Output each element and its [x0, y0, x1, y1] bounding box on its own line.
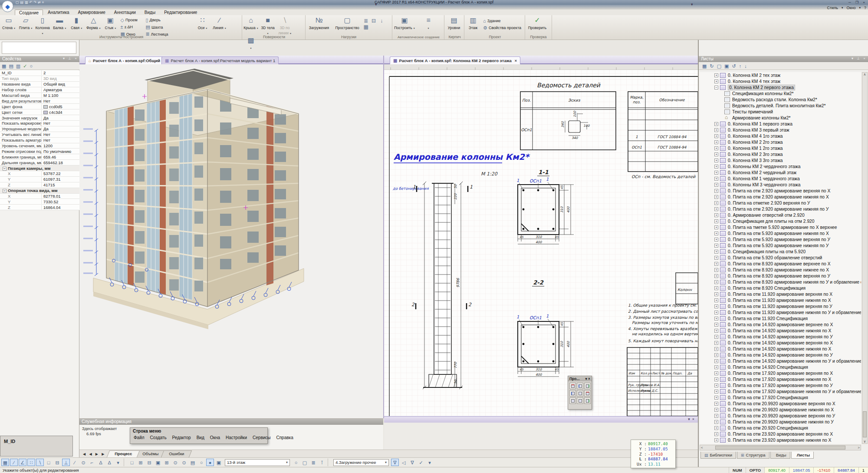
new-view-icon[interactable]: ⊞	[137, 459, 145, 466]
save-icon[interactable]: ▥	[25, 0, 28, 5]
tree-expander-icon[interactable]	[714, 177, 718, 181]
property-row[interactable]: −Тип вида 3D вид	[0, 76, 79, 82]
layers-stack-icon[interactable]: ≣	[309, 459, 317, 466]
tab-nav-arrows[interactable]: ◀ ◀ ▶ ▶	[79, 452, 108, 457]
menu-item[interactable]: Настройки	[226, 435, 247, 440]
ribbon-button[interactable]: ▮ Свая ▾	[69, 15, 84, 30]
view-cube-side-button[interactable]	[584, 383, 591, 389]
tree-expander-icon[interactable]	[714, 414, 718, 418]
scrollbar-thumb[interactable]	[715, 446, 845, 450]
sheet-tree-item[interactable]: 0. Плита на отм 14.920 армирование нижня…	[700, 327, 861, 334]
tree-expander-icon[interactable]	[714, 311, 718, 314]
title-bar[interactable]: САПФИР 2017 R1 x64-КОНСТРУКЦИИ - Расчет …	[0, 0, 868, 5]
tree-expander-icon[interactable]	[714, 219, 718, 223]
lamp-box-icon[interactable]: ▣	[215, 459, 223, 466]
properties-panel-header[interactable]: Свойства ▾ ⊥ ×	[0, 56, 79, 62]
sheet-tree-item[interactable]: 0. Плита на отм 20.9920 армирование нижн…	[700, 419, 861, 425]
drawing-bottom-strip[interactable]: ▾ ×	[384, 416, 698, 423]
settings-list-icon[interactable]: ▥	[16, 63, 20, 69]
sheet-tree-item[interactable]: 0. Плита на отм 2.920 армирование верхня…	[700, 188, 861, 194]
style-menu[interactable]: Стиль	[827, 6, 838, 10]
tree-expander-icon[interactable]	[714, 152, 718, 156]
tree-expander-icon[interactable]	[714, 377, 718, 381]
sheet-tree-item[interactable]: 0. Колонна КМ 2 2го этажа	[700, 139, 861, 145]
menu-item[interactable]: Редактор	[172, 435, 191, 440]
draw-line-icon[interactable]: ∕	[71, 459, 79, 466]
lamp-off-icon[interactable]: ○	[197, 459, 205, 466]
snap-points-icon[interactable]: ∷	[27, 459, 35, 466]
menu-item[interactable]: Сервисы	[253, 435, 270, 440]
tree-expander-icon[interactable]	[714, 371, 718, 375]
mini-panel-controls[interactable]: ▾ ×	[585, 377, 590, 381]
tree-expander-icon[interactable]	[714, 213, 718, 217]
ribbon-button[interactable]: ▬ Балка ▾	[52, 15, 67, 30]
snap-line-icon[interactable]: ∕	[10, 459, 18, 466]
property-row[interactable]: −Набор слоёв Арматура	[0, 87, 79, 93]
screen-lock-icon[interactable]: ⊟	[53, 459, 61, 466]
property-row[interactable]: −Режим отрисовки подло... По умолчанию	[0, 149, 79, 154]
quick-access-toolbar[interactable]: ▢▤▥↶↷⇄≡	[16, 0, 44, 5]
tree-expander-icon[interactable]	[714, 171, 718, 175]
tree-expander-icon[interactable]	[714, 432, 718, 436]
view-cube-back-button[interactable]	[569, 390, 576, 397]
tree-expander-icon[interactable]	[714, 128, 718, 132]
view-zoom-button[interactable]	[584, 397, 591, 404]
view-gear-icon[interactable]: ⊞	[163, 459, 171, 466]
viewport-3d[interactable]	[79, 64, 383, 418]
sheet-tree-item[interactable]: 0. Плита на отм 14.920 армирование нижня…	[700, 346, 861, 352]
tree-expander-icon[interactable]	[714, 286, 718, 290]
snap-diagonal-icon[interactable]: ∖	[36, 459, 44, 466]
sheet-tree-item[interactable]: 0. Плита на отм 8.920 армирование нижняя…	[700, 279, 861, 285]
tree-expander-icon[interactable]	[714, 353, 718, 357]
tree-expander-icon[interactable]	[714, 317, 718, 321]
sheet-tree-item[interactable]: 0. Плита на отм 2.920 армирование нижняя…	[700, 194, 861, 200]
sheet-tree-item[interactable]: 0. Плита на тметке 5.920 армирование по …	[700, 224, 861, 230]
sheet-tree-item[interactable]: 0. Плита на отм 14.920 армирование верхн…	[700, 321, 861, 327]
filter-table-icon[interactable]: ∇	[408, 459, 416, 466]
load-frame-icon[interactable]: ≣	[362, 18, 370, 24]
sheet-tree-item[interactable]: 0. Плита на отм 17.920 армирование верхн…	[700, 370, 861, 376]
sheet-tree-item[interactable]: 0. Плита на отм 14.920 армирование верхн…	[700, 334, 861, 340]
dock-tab[interactable]: Виды	[770, 452, 790, 459]
sheet-tree-item[interactable]: 0. Плита на отм 5.920 обрамление отверст…	[700, 255, 861, 261]
sheet-tree-item[interactable]: 0. Плита на отм 23.920 армирование верхн…	[700, 431, 861, 437]
tree-expander-icon[interactable]	[714, 304, 718, 308]
tree-expander-icon[interactable]	[714, 420, 718, 424]
sheet-tree-item[interactable]: 0. Плита на отметке 2.920 верхняя по У	[700, 200, 861, 206]
filter-pick-icon[interactable]: ◁	[400, 459, 408, 466]
view-cube-front-button[interactable]	[577, 383, 583, 389]
tree-expander-icon[interactable]	[714, 438, 718, 442]
move-down-icon[interactable]: ↓	[744, 63, 747, 69]
tree-expander-icon[interactable]	[714, 134, 718, 138]
tree-expander-icon[interactable]	[714, 183, 718, 187]
sheet-tree-item[interactable]: 0. Колонна КМ 1 чердачного этажа	[700, 175, 861, 182]
property-row[interactable]: −Опорная точка вида, мм	[0, 188, 79, 194]
tree-expander-icon[interactable]	[714, 323, 718, 327]
property-row[interactable]: −Y 61097.31	[0, 177, 79, 182]
move-up-icon[interactable]: ↑	[739, 63, 742, 69]
dock-tab[interactable]: Листы	[791, 452, 814, 459]
tree-expander-icon[interactable]	[714, 280, 718, 284]
sheet-tree-item[interactable]: Армирование колонны Км2*	[700, 115, 861, 121]
screen-icon[interactable]: □	[45, 459, 53, 466]
view-settings-icon[interactable]: ▣	[154, 459, 162, 466]
tree-expander-icon[interactable]	[714, 396, 718, 400]
tree-expander-icon[interactable]	[714, 426, 718, 430]
tree-expander-icon[interactable]	[714, 292, 718, 296]
update-sheet-icon[interactable]: ↺	[732, 63, 736, 69]
menu-item[interactable]: Окна	[210, 435, 220, 440]
ribbon-button[interactable]: ⌂ Крыша ▾	[243, 15, 259, 30]
ribbon-button[interactable]: △ Ферма ▾	[85, 15, 101, 30]
sheet-tree-item[interactable]: 0. Плита на отм 8.920 армирование нижнее…	[700, 267, 861, 273]
draw-circle-icon[interactable]: ⊙	[79, 459, 87, 466]
tree-expander-icon[interactable]	[714, 86, 718, 89]
sheet-tree-item[interactable]: 0. Плита на отм 20.9920 армирование верх…	[700, 400, 861, 407]
help-button[interactable]: ?	[864, 6, 866, 10]
ribbon-button[interactable]: ▭ Стена ▾	[1, 15, 16, 30]
property-row[interactable]: −Значения нагрузок Да	[0, 115, 79, 121]
snap-grid-icon[interactable]: ▦	[1, 459, 9, 466]
ribbon-small-button[interactable]: ◇ Проем	[119, 17, 143, 23]
lamp-on-icon[interactable]: ●	[206, 459, 214, 466]
sheet-tree-item[interactable]: 0. Колонна КМ 2 тех этаж	[700, 72, 861, 78]
ribbon-button[interactable]: ≡ ▾	[417, 15, 440, 30]
